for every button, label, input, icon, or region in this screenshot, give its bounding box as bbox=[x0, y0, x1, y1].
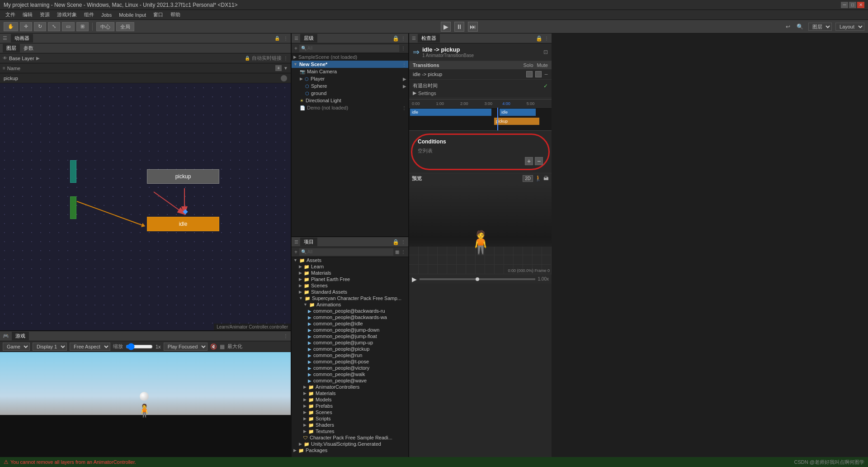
stats-icon[interactable]: ▦ bbox=[220, 343, 225, 350]
anystate-node[interactable] bbox=[70, 160, 76, 183]
pickup-node[interactable]: pickup bbox=[147, 169, 219, 184]
asset-anim-wave[interactable]: ▶ common_people@wave bbox=[292, 377, 408, 384]
preview-2d-button[interactable]: 2D bbox=[523, 175, 533, 182]
project-more-button[interactable]: ⋮ bbox=[401, 249, 406, 254]
conditions-remove-button[interactable]: − bbox=[535, 157, 543, 165]
layout-dropdown[interactable]: Layout bbox=[835, 23, 864, 31]
hierarchy-item-sphere[interactable]: ⬡ Sphere ▶ bbox=[292, 82, 408, 90]
asset-item-scenes[interactable]: ▶ 📁 Scenes bbox=[292, 282, 408, 289]
tab-inspector[interactable]: 检查器 bbox=[418, 34, 440, 43]
tool-transform[interactable]: ⊞ bbox=[76, 22, 89, 31]
animator-canvas[interactable]: pickup idle bbox=[0, 83, 291, 330]
transition-item-row[interactable]: idle -> pickup − bbox=[409, 69, 552, 80]
transitions-section-header[interactable]: Transitions Solo Mute bbox=[409, 61, 552, 69]
menu-gameobject[interactable]: 游戏对象 bbox=[53, 10, 80, 19]
tool-rotate[interactable]: ↻ bbox=[34, 22, 46, 31]
asset-anim-walk[interactable]: ▶ common_people@walk bbox=[292, 371, 408, 377]
entry-node[interactable] bbox=[70, 196, 76, 219]
preview-progress-thumb[interactable] bbox=[476, 277, 479, 281]
tool-move[interactable]: ✛ bbox=[20, 22, 32, 31]
asset-item-animations[interactable]: ▼ 📁 Animations bbox=[292, 301, 408, 308]
eye-icon[interactable]: 👁 bbox=[3, 56, 7, 61]
tab-params[interactable]: 参数 bbox=[20, 44, 37, 52]
asset-item-standard[interactable]: ▶ 📁 Standard Assets bbox=[292, 289, 408, 295]
asset-item-planetearth[interactable]: ▶ 📁 Planet Earth Free bbox=[292, 276, 408, 282]
param-pickup-toggle[interactable] bbox=[281, 75, 287, 81]
global-button[interactable]: 全局 bbox=[116, 22, 134, 31]
asset-anim-victory[interactable]: ▶ common_people@victory bbox=[292, 365, 408, 371]
asset-anim-pickup[interactable]: ▶ common_people@pickup bbox=[292, 346, 408, 352]
hierarchy-item-demo[interactable]: 📄 Demo (not loaded) ⋮ bbox=[292, 104, 408, 111]
settings-row[interactable]: ▶ Settings bbox=[413, 90, 548, 96]
minimize-button[interactable]: ─ bbox=[841, 2, 848, 8]
idle-node[interactable]: idle bbox=[147, 217, 219, 231]
maximize-button[interactable]: □ bbox=[849, 2, 856, 8]
asset-item-textures[interactable]: ▶ 📁 Textures bbox=[292, 428, 408, 434]
project-options-button[interactable]: ▦ bbox=[395, 249, 399, 254]
add-param-button[interactable]: + bbox=[275, 65, 282, 71]
asset-anim-backwards-ru[interactable]: ▶ common_people@backwards-ru bbox=[292, 308, 408, 314]
project-search[interactable]: 🔍 All bbox=[299, 248, 393, 256]
asset-anim-jumpdown[interactable]: ▶ common_people@jump-down bbox=[292, 327, 408, 333]
hierarchy-item-maincamera[interactable]: 📷 Main Camera bbox=[292, 68, 408, 75]
param-menu-button[interactable]: ▼ bbox=[283, 66, 288, 71]
asset-item-animcontrollers[interactable]: ▶ 📁 AnimatorControllers bbox=[292, 384, 408, 390]
hierarchy-search[interactable]: 🔍 All bbox=[299, 45, 399, 52]
asset-item-prefabs[interactable]: ▶ 📁 Prefabs bbox=[292, 403, 408, 409]
menu-file[interactable]: 文件 bbox=[2, 10, 19, 19]
playmode-dropdown[interactable]: Play Focused bbox=[164, 343, 208, 351]
asset-item-supercyan[interactable]: ▼ 📁 Supercyan Character Pack Free Samp..… bbox=[292, 295, 408, 301]
step-button[interactable]: ⏭ bbox=[468, 22, 478, 32]
display-dropdown[interactable]: Display 1 bbox=[33, 343, 67, 351]
asset-item-shaders[interactable]: ▶ 📁 Shaders bbox=[292, 422, 408, 428]
asset-item-materials[interactable]: ▶ 📁 Materials bbox=[292, 270, 408, 276]
solo-checkbox[interactable] bbox=[526, 71, 533, 77]
menu-help[interactable]: 帮助 bbox=[167, 10, 184, 19]
mute-checkbox[interactable] bbox=[535, 71, 542, 77]
tool-rect[interactable]: ▭ bbox=[62, 22, 75, 31]
tab-game[interactable]: 游戏 bbox=[12, 332, 29, 340]
tab-project[interactable]: 项目 bbox=[300, 238, 317, 246]
asset-item-packages[interactable]: ▶ 📁 Packages bbox=[292, 447, 408, 453]
asset-anim-jumpfloat[interactable]: ▶ common_people@jump-float bbox=[292, 333, 408, 339]
hierarchy-item-player[interactable]: ▶ ⬡ Player ▶ bbox=[292, 75, 408, 82]
scale-slider[interactable] bbox=[126, 343, 153, 350]
menu-mobileinput[interactable]: Mobile Input bbox=[115, 11, 150, 19]
asset-item-scripts[interactable]: ▶ 📁 Scripts bbox=[292, 415, 408, 422]
layers-dropdown[interactable]: 图层 bbox=[808, 23, 832, 31]
hierarchy-options-button[interactable]: ⋮ bbox=[401, 46, 406, 51]
scene-more-icon[interactable]: ⋮ bbox=[402, 62, 406, 67]
preview-progress-bar[interactable] bbox=[420, 278, 535, 280]
preview-environment-icon[interactable]: 🏔 bbox=[543, 175, 549, 182]
menu-assets[interactable]: 资源 bbox=[36, 10, 53, 19]
hierarchy-item-dirlight[interactable]: ☀ Directional Light bbox=[292, 97, 408, 104]
asset-item-visualscripting[interactable]: ▶ 📁 Unity.VisualScripting.Generated bbox=[292, 441, 408, 447]
asset-anim-jumpup[interactable]: ▶ common_people@jump-up bbox=[292, 339, 408, 346]
menu-jobs[interactable]: Jobs bbox=[98, 11, 115, 19]
tab-hierarchy[interactable]: 层级 bbox=[300, 34, 317, 43]
play-button[interactable]: ▶ bbox=[441, 22, 451, 32]
inspector-expand-icon[interactable]: ⊡ bbox=[543, 49, 548, 55]
tab-layers[interactable]: 图层 bbox=[3, 44, 20, 52]
hierarchy-item-samplescene[interactable]: ▶ SampleScene (not loaded) bbox=[292, 53, 408, 61]
asset-item-learn[interactable]: ▶ 📁 Learn bbox=[292, 263, 408, 270]
conditions-add-button[interactable]: + bbox=[525, 157, 533, 165]
mute-icon[interactable]: 🔇 bbox=[210, 343, 217, 350]
asset-item-scenes2[interactable]: ▶ 📁 Scenes bbox=[292, 409, 408, 415]
menu-edit[interactable]: 编辑 bbox=[19, 10, 36, 19]
asset-anim-run[interactable]: ▶ common_people@run bbox=[292, 352, 408, 358]
demo-more-icon[interactable]: ⋮ bbox=[402, 105, 406, 110]
close-button[interactable]: ✕ bbox=[857, 2, 864, 8]
undo-button[interactable]: ↩ bbox=[784, 23, 792, 30]
game-dropdown[interactable]: Game bbox=[3, 343, 30, 351]
asset-anim-tpose[interactable]: ▶ common_people@t-pose bbox=[292, 358, 408, 365]
preview-person-icon[interactable]: 🚶 bbox=[535, 175, 542, 182]
asset-anim-backwards-wa[interactable]: ▶ common_people@backwards-wa bbox=[292, 314, 408, 320]
tool-scale[interactable]: ⤡ bbox=[48, 22, 60, 31]
transition-remove-icon[interactable]: − bbox=[544, 71, 548, 78]
asset-item-charpack[interactable]: 🛡 Character Pack Free Sample Readi... bbox=[292, 434, 408, 441]
asset-anim-idle[interactable]: ▶ common_people@idle bbox=[292, 320, 408, 327]
pivot-button[interactable]: 中心 bbox=[96, 22, 114, 31]
hierarchy-add-button[interactable]: + bbox=[294, 45, 297, 52]
search-button[interactable]: 🔍 bbox=[795, 23, 805, 30]
